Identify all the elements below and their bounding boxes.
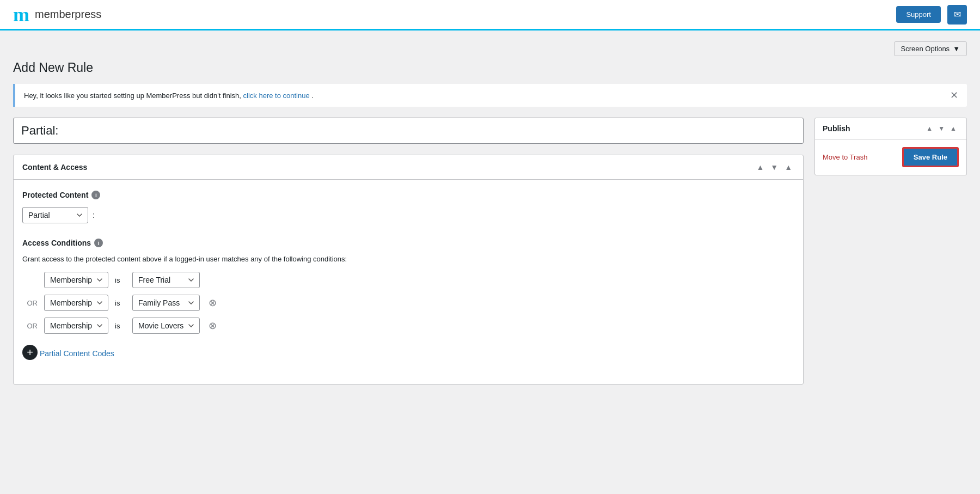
panel-title: Content & Access xyxy=(22,163,87,172)
panel-expand-button[interactable]: ▲ xyxy=(782,162,794,173)
condition-3-value-select[interactable]: Free Trial Family Pass Movie Lovers xyxy=(132,318,200,334)
left-content: Content & Access ▲ ▼ ▲ Protected Content… xyxy=(13,118,804,385)
colon-separator: : xyxy=(93,211,95,219)
header-actions: Support ✉ xyxy=(896,5,967,25)
panel-body: Protected Content i Partial All Content … xyxy=(14,180,803,384)
condition-row-1: Membership Capability Role is Free Trial… xyxy=(22,272,794,288)
content-access-panel: Content & Access ▲ ▼ ▲ Protected Content… xyxy=(13,155,804,385)
notice-text: Hey, it looks like you started setting u… xyxy=(24,92,314,100)
condition-1-type-select[interactable]: Membership Capability Role xyxy=(44,272,108,288)
condition-2-remove-button[interactable]: ⊗ xyxy=(206,297,218,309)
publish-panel: Publish ▲ ▼ ▲ Move to Trash Save Rule xyxy=(814,118,967,175)
publish-panel-down-button[interactable]: ▼ xyxy=(936,124,947,133)
condition-3-or-label: OR xyxy=(22,322,38,330)
logo: m memberpress xyxy=(13,5,101,25)
access-conditions-info-icon[interactable]: i xyxy=(94,239,103,247)
logo-icon: m xyxy=(13,5,29,25)
condition-3-operator: is xyxy=(115,322,126,330)
condition-1-operator: is xyxy=(115,276,126,284)
rule-title-input[interactable] xyxy=(13,118,804,144)
publish-panel-up-button[interactable]: ▲ xyxy=(924,124,935,133)
screen-options-chevron: ▼ xyxy=(953,45,960,53)
screen-options-button[interactable]: Screen Options ▼ xyxy=(894,41,967,56)
panel-controls: ▲ ▼ ▲ xyxy=(754,162,794,173)
support-button[interactable]: Support xyxy=(896,6,941,23)
publish-body: Move to Trash Save Rule xyxy=(815,139,966,175)
publish-header-controls: ▲ ▼ ▲ xyxy=(924,124,959,133)
add-condition-button[interactable]: + xyxy=(22,345,38,360)
screen-options-label: Screen Options xyxy=(901,45,950,53)
access-conditions-section-title: Access Conditions i xyxy=(22,239,794,247)
publish-title: Publish xyxy=(823,124,850,133)
condition-row-2: OR Membership Capability Role is Free Tr… xyxy=(22,295,794,311)
notice-link[interactable]: click here to continue xyxy=(243,92,310,100)
publish-header: Publish ▲ ▼ ▲ xyxy=(815,118,966,139)
partial-content-codes-link[interactable]: Partial Content Codes xyxy=(40,349,114,358)
panel-header: Content & Access ▲ ▼ ▲ xyxy=(14,155,803,180)
move-to-trash-link[interactable]: Move to Trash xyxy=(823,153,867,161)
access-conditions-description: Grant access to the protected content ab… xyxy=(22,255,794,263)
main-layout: Content & Access ▲ ▼ ▲ Protected Content… xyxy=(13,118,967,385)
condition-2-value-select[interactable]: Free Trial Family Pass Movie Lovers xyxy=(132,295,200,311)
condition-2-or-label: OR xyxy=(22,299,38,307)
header: m memberpress Support ✉ xyxy=(0,0,980,31)
protected-content-section-title: Protected Content i xyxy=(22,191,794,199)
right-sidebar: Publish ▲ ▼ ▲ Move to Trash Save Rule xyxy=(814,118,967,175)
condition-3-type-select[interactable]: Membership Capability Role xyxy=(44,318,108,334)
save-rule-button[interactable]: Save Rule xyxy=(902,147,959,167)
protected-content-row: Partial All Content Specific URL : xyxy=(22,207,794,223)
condition-1-value-select[interactable]: Free Trial Family Pass Movie Lovers xyxy=(132,272,200,288)
condition-2-operator: is xyxy=(115,299,126,307)
protected-content-info-icon[interactable]: i xyxy=(91,191,100,199)
condition-3-remove-button[interactable]: ⊗ xyxy=(206,320,218,332)
protected-content-select[interactable]: Partial All Content Specific URL xyxy=(22,207,88,223)
top-bar: Screen Options ▼ xyxy=(13,41,967,56)
add-circle-icon: + xyxy=(22,345,38,360)
inbox-button[interactable]: ✉ xyxy=(947,5,967,25)
notice-close-button[interactable]: ✕ xyxy=(950,90,958,100)
setup-notice: Hey, it looks like you started setting u… xyxy=(13,84,967,107)
publish-panel-expand-button[interactable]: ▲ xyxy=(948,124,959,133)
page-title: Add New Rule xyxy=(13,60,967,75)
condition-2-type-select[interactable]: Membership Capability Role xyxy=(44,295,108,311)
panel-collapse-down-button[interactable]: ▼ xyxy=(768,162,780,173)
panel-collapse-up-button[interactable]: ▲ xyxy=(754,162,766,173)
condition-row-3: OR Membership Capability Role is Free Tr… xyxy=(22,318,794,334)
logo-text: memberpress xyxy=(35,8,101,21)
